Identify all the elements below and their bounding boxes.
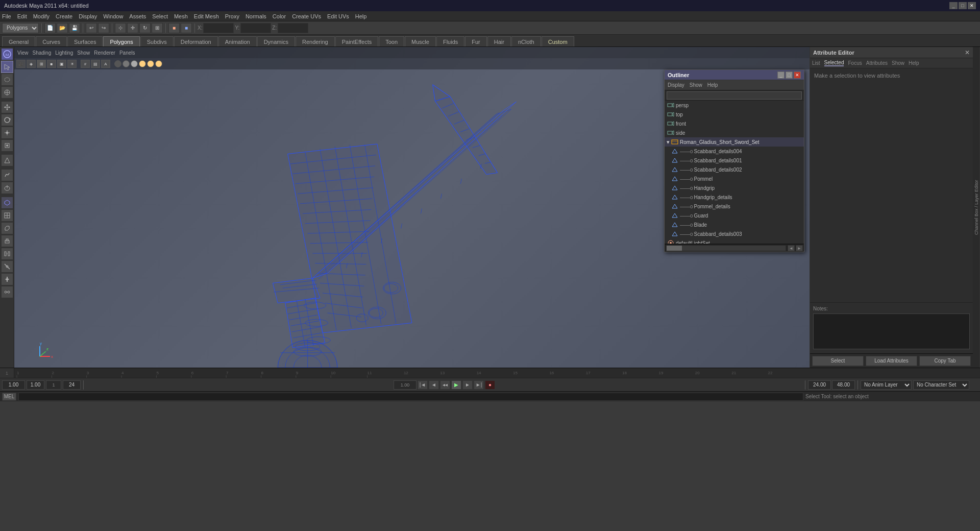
tab-surfaces[interactable]: Surfaces <box>67 36 103 46</box>
attr-load-btn[interactable]: Load Attributes <box>866 356 917 366</box>
vp-wireframe-btn[interactable]: ⊞ <box>37 60 46 68</box>
tree-item-scabbard003[interactable]: ——o Scabbard_details003 <box>665 229 804 238</box>
ipr-btn[interactable]: ■ <box>181 23 192 33</box>
move-tool[interactable] <box>1 101 13 113</box>
tab-curves[interactable]: Curves <box>36 36 67 46</box>
menu-edit-uvs[interactable]: Edit UVs <box>327 13 349 19</box>
select-tool-btn[interactable]: ⊹ <box>115 23 126 33</box>
attr-tab-show[interactable]: Show <box>892 60 904 66</box>
step-back-btn[interactable]: ◄ <box>429 380 439 390</box>
play-fwd-btn[interactable]: ▶ <box>451 380 461 390</box>
tab-ncloth[interactable]: nCloth <box>511 36 541 46</box>
undo-btn[interactable]: ↩ <box>86 23 97 33</box>
tab-polygons[interactable]: Polygons <box>103 36 139 46</box>
menu-mesh[interactable]: Mesh <box>174 13 188 19</box>
outliner-menu-help[interactable]: Help <box>707 82 718 88</box>
attr-editor-close[interactable]: ✕ <box>965 49 970 56</box>
tree-item-default-light-set[interactable]: defaultLightSet <box>665 238 804 244</box>
show-manipulator[interactable] <box>1 154 13 166</box>
attr-select-btn[interactable]: Select <box>812 356 864 366</box>
tab-muscle[interactable]: Muscle <box>405 36 436 46</box>
menu-window[interactable]: Window <box>103 13 123 19</box>
close-btn[interactable]: ✕ <box>968 2 976 9</box>
maya-logo-btn[interactable]: M <box>1 48 13 60</box>
vp-cam-btn[interactable]: 🎥 <box>16 60 26 68</box>
current-frame-input[interactable] <box>27 380 44 390</box>
vp-aa-btn[interactable]: A <box>101 60 110 68</box>
select-tool[interactable] <box>1 61 13 73</box>
vp-menu-panels[interactable]: Panels <box>119 50 135 56</box>
notes-textarea[interactable] <box>813 313 970 349</box>
tree-item-handgrip[interactable]: ——o Handgrip <box>665 183 804 192</box>
range-end-input[interactable] <box>63 380 81 390</box>
soft-mod-tool[interactable] <box>1 182 13 194</box>
mel-command-input[interactable] <box>18 393 803 401</box>
bevel-tool[interactable] <box>1 222 13 234</box>
tree-item-scabbard004[interactable]: ——o Scabbard_details004 <box>665 147 804 156</box>
outliner-tree[interactable]: persp top front <box>665 101 804 244</box>
paint-select-tool[interactable] <box>1 86 13 99</box>
tree-item-top[interactable]: top <box>665 110 804 119</box>
vp-col5[interactable] <box>147 60 154 67</box>
tab-painteffects[interactable]: PaintEffects <box>335 36 379 46</box>
vp-menu-show[interactable]: Show <box>77 50 90 56</box>
timeline-area[interactable]: 1 1 2 3 4 5 6 7 8 9 10 11 12 13 14 15 <box>0 368 980 378</box>
outliner-menu-display[interactable]: Display <box>668 82 684 88</box>
outliner-menu-show[interactable]: Show <box>690 82 702 88</box>
timeline-track[interactable]: 1 2 3 4 5 6 7 8 9 10 11 12 13 14 15 16 1… <box>14 368 810 378</box>
step-fwd-btn[interactable]: ► <box>462 380 473 390</box>
tree-item-blade[interactable]: ——o Blade <box>665 220 804 229</box>
y-field[interactable] <box>240 23 271 33</box>
vp-col1[interactable] <box>114 60 121 67</box>
mode-combo[interactable]: Polygons <box>2 23 39 33</box>
attr-tab-focus[interactable]: Focus <box>848 60 862 66</box>
tree-item-handgrip-details[interactable]: ——o Handgrip_details <box>665 192 804 202</box>
menu-assets[interactable]: Assets <box>129 13 146 19</box>
outliner-win-controls[interactable]: _ □ ✕ <box>777 71 801 79</box>
vp-menu-view[interactable]: View <box>17 50 29 56</box>
outliner-minimize[interactable]: _ <box>777 71 785 79</box>
lasso-tool[interactable] <box>1 74 13 86</box>
anim-start[interactable] <box>808 380 831 390</box>
outliner-search-input[interactable] <box>667 91 802 100</box>
tree-item-front[interactable]: front <box>665 119 804 128</box>
poly-tools[interactable] <box>1 197 13 209</box>
menu-display[interactable]: Display <box>79 13 97 19</box>
vp-lighting-btn[interactable]: ☀ <box>67 60 77 68</box>
attr-tab-list[interactable]: List <box>812 60 820 66</box>
menu-create[interactable]: Create <box>56 13 72 19</box>
play-back-btn[interactable]: ◂◂ <box>440 380 450 390</box>
move-tool-btn[interactable]: ✛ <box>127 23 138 33</box>
tree-item-pommel-details[interactable]: ——o Pommel_details <box>665 202 804 211</box>
range-start-input[interactable] <box>2 380 25 390</box>
menu-color[interactable]: Color <box>273 13 286 19</box>
auto-key-btn[interactable]: ● <box>485 380 495 390</box>
tab-toon[interactable]: Toon <box>379 36 404 46</box>
tree-item-scabbard001[interactable]: ——o Scabbard_details001 <box>665 156 804 165</box>
last-tool[interactable] <box>1 139 13 152</box>
vp-menu-lighting[interactable]: Lighting <box>55 50 73 56</box>
vp-menu-shading[interactable]: Shading <box>33 50 52 56</box>
vp-menu-renderer[interactable]: Renderer <box>94 50 115 56</box>
menu-proxy[interactable]: Proxy <box>225 13 239 19</box>
sculpt-tool[interactable] <box>1 169 13 181</box>
vp-col4[interactable] <box>139 60 146 67</box>
scroll-right[interactable]: ► <box>796 245 803 251</box>
rotate-tool[interactable] <box>1 114 13 126</box>
vp-textured-btn[interactable]: ▣ <box>57 60 66 68</box>
outliner-restore[interactable]: □ <box>786 71 793 79</box>
tree-item-side[interactable]: side <box>665 128 804 137</box>
tree-item-scabbard002[interactable]: ——o Scabbard_details002 <box>665 165 804 174</box>
restore-btn[interactable]: □ <box>959 2 967 9</box>
attr-tab-attributes[interactable]: Attributes <box>866 60 888 66</box>
menu-edit-mesh[interactable]: Edit Mesh <box>194 13 219 19</box>
vp-col3[interactable] <box>131 60 138 67</box>
tree-item-sword-set[interactable]: ▾ Roman_Gladius_Short_Sword_Set <box>665 137 804 147</box>
minimize-btn[interactable]: _ <box>949 2 958 9</box>
save-btn[interactable]: 💾 <box>69 23 80 33</box>
tab-subdivs[interactable]: Subdivs <box>140 36 174 46</box>
anim-layer-select[interactable]: No Anim Layer <box>861 380 912 390</box>
menu-edit[interactable]: Edit <box>17 13 27 19</box>
new-btn[interactable]: 📄 <box>44 23 56 33</box>
anim-end[interactable] <box>832 380 855 390</box>
